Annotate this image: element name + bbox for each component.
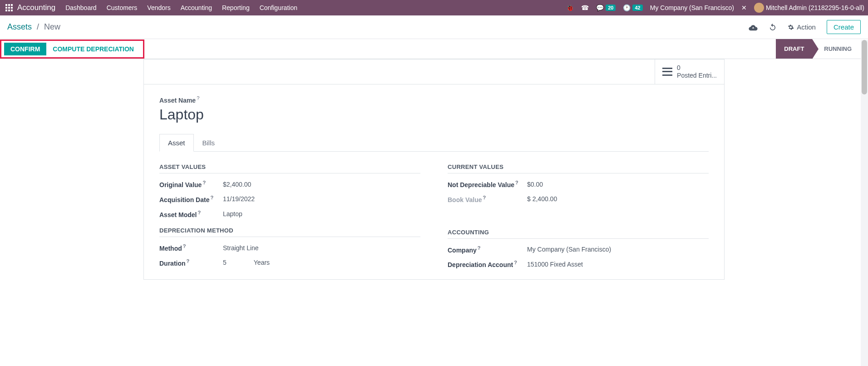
messages-badge: 20 bbox=[606, 5, 616, 11]
book-value: $ 2,400.00 bbox=[527, 195, 557, 203]
nav-dashboard[interactable]: Dashboard bbox=[65, 4, 97, 11]
status-bar: CONFIRM COMPUTE DEPRECIATION DRAFT RUNNI… bbox=[0, 39, 868, 59]
messages-icon[interactable]: 💬20 bbox=[596, 4, 616, 11]
section-depreciation: DEPRECIATION METHOD bbox=[159, 227, 420, 237]
help-icon[interactable]: ? bbox=[483, 195, 486, 200]
section-accounting: ACCOUNTING bbox=[448, 229, 709, 239]
book-value-label: Book Value bbox=[448, 196, 482, 203]
support-icon[interactable]: ☎ bbox=[581, 4, 589, 11]
nav-configuration[interactable]: Configuration bbox=[260, 4, 297, 11]
nav-customers[interactable]: Customers bbox=[107, 4, 138, 11]
help-icon[interactable]: ? bbox=[202, 180, 206, 185]
not-depreciable-value[interactable]: $0.00 bbox=[527, 181, 543, 188]
cloud-upload-icon[interactable] bbox=[749, 24, 758, 31]
breadcrumb-current: New bbox=[44, 22, 60, 31]
depreciation-account-label: Depreciation Account bbox=[448, 261, 513, 268]
tools-icon[interactable]: ✕ bbox=[741, 4, 747, 11]
method-label: Method bbox=[159, 245, 182, 252]
depreciation-account-value[interactable]: 151000 Fixed Asset bbox=[527, 261, 583, 268]
section-current-values: CURRENT VALUES bbox=[448, 163, 709, 173]
list-icon bbox=[662, 68, 672, 76]
help-icon[interactable]: ? bbox=[197, 210, 201, 215]
posted-entries-label: Posted Entri... bbox=[677, 72, 717, 79]
help-icon[interactable]: ? bbox=[210, 195, 213, 200]
help-icon[interactable]: ? bbox=[197, 95, 199, 101]
cloud-icon bbox=[749, 24, 758, 31]
form-sheet: 0 Posted Entri... Asset Name? Laptop Ass… bbox=[143, 59, 725, 280]
duration-label: Duration bbox=[159, 260, 186, 267]
top-navbar: Accounting Dashboard Customers Vendors A… bbox=[0, 0, 868, 15]
gear-icon bbox=[788, 24, 794, 30]
help-icon[interactable]: ? bbox=[478, 245, 481, 251]
control-panel: Assets / New Action Create bbox=[0, 15, 868, 39]
status-running[interactable]: RUNNING bbox=[812, 39, 860, 59]
nav-reporting[interactable]: Reporting bbox=[222, 4, 250, 11]
create-button[interactable]: Create bbox=[827, 20, 861, 34]
status-draft[interactable]: DRAFT bbox=[776, 39, 812, 59]
avatar bbox=[754, 3, 764, 13]
help-icon[interactable]: ? bbox=[515, 180, 518, 185]
company-switcher[interactable]: My Company (San Francisco) bbox=[650, 4, 734, 11]
posted-entries-count: 0 bbox=[677, 64, 717, 72]
undo-icon bbox=[769, 23, 777, 31]
activities-badge: 42 bbox=[632, 5, 642, 11]
duration-unit[interactable]: Years bbox=[254, 259, 270, 266]
asset-name-label: Asset Name bbox=[159, 96, 196, 104]
posted-entries-button[interactable]: 0 Posted Entri... bbox=[655, 59, 724, 84]
scrollbar[interactable] bbox=[861, 40, 868, 280]
compute-depreciation-button[interactable]: COMPUTE DEPRECIATION bbox=[46, 43, 140, 55]
app-name: Accounting bbox=[17, 3, 55, 12]
scroll-thumb[interactable] bbox=[862, 40, 867, 94]
help-icon[interactable]: ? bbox=[187, 258, 190, 264]
nav-vendors[interactable]: Vendors bbox=[147, 4, 170, 11]
acquisition-date[interactable]: 11/19/2022 bbox=[223, 195, 255, 203]
nav-links: Dashboard Customers Vendors Accounting R… bbox=[65, 4, 297, 11]
help-icon[interactable]: ? bbox=[183, 243, 186, 249]
activities-icon[interactable]: 🕐42 bbox=[623, 4, 642, 11]
help-icon[interactable]: ? bbox=[514, 260, 517, 265]
nav-accounting[interactable]: Accounting bbox=[181, 4, 212, 11]
status-steps: DRAFT RUNNING bbox=[776, 39, 860, 59]
duration-number[interactable]: 5 bbox=[223, 259, 227, 266]
tab-bills[interactable]: Bills bbox=[194, 134, 224, 151]
acquisition-date-label: Acquisition Date bbox=[159, 196, 209, 203]
action-dropdown[interactable]: Action bbox=[788, 23, 816, 31]
user-name: Mitchell Admin (21182295-16-0-all) bbox=[766, 4, 864, 11]
section-asset-values: ASSET VALUES bbox=[159, 163, 420, 173]
apps-icon bbox=[5, 4, 13, 11]
asset-model[interactable]: Laptop bbox=[223, 210, 242, 218]
asset-name-value[interactable]: Laptop bbox=[159, 106, 709, 123]
breadcrumb-sep: / bbox=[37, 22, 39, 31]
tabs: Asset Bills bbox=[159, 134, 709, 152]
debug-icon[interactable]: 🐞 bbox=[566, 4, 574, 11]
action-label: Action bbox=[797, 23, 816, 31]
asset-model-label: Asset Model bbox=[159, 211, 197, 218]
stat-buttons-row: 0 Posted Entri... bbox=[144, 59, 724, 84]
breadcrumb: Assets / New bbox=[7, 22, 60, 32]
app-switcher[interactable]: Accounting bbox=[4, 3, 57, 12]
original-value[interactable]: $2,400.00 bbox=[223, 181, 251, 188]
tab-asset[interactable]: Asset bbox=[159, 134, 194, 152]
company-label: Company bbox=[448, 246, 477, 253]
confirm-button[interactable]: CONFIRM bbox=[4, 43, 46, 55]
highlighted-buttons: CONFIRM COMPUTE DEPRECIATION bbox=[0, 40, 144, 59]
not-depreciable-label: Not Depreciable Value bbox=[448, 181, 514, 188]
user-menu[interactable]: Mitchell Admin (21182295-16-0-all) bbox=[754, 3, 864, 13]
company-value[interactable]: My Company (San Francisco) bbox=[527, 246, 611, 253]
breadcrumb-root[interactable]: Assets bbox=[7, 22, 32, 31]
discard-icon[interactable] bbox=[769, 23, 777, 31]
original-value-label: Original Value bbox=[159, 181, 202, 188]
method-value[interactable]: Straight Line bbox=[223, 244, 259, 252]
